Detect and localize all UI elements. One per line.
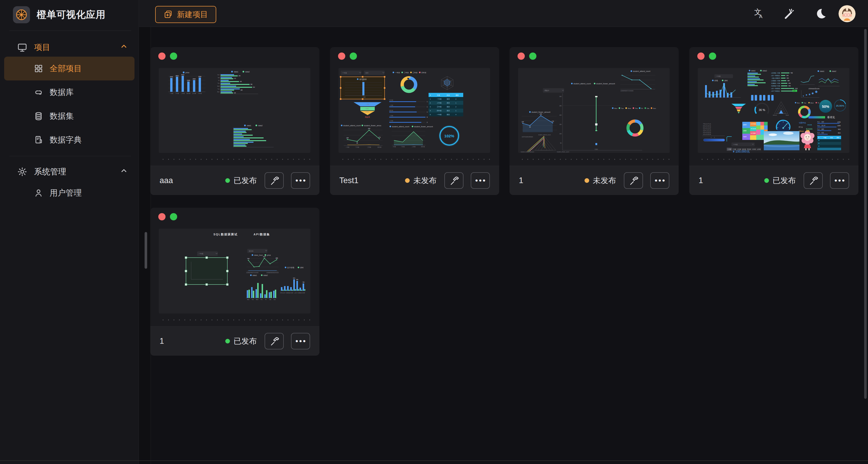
grid-icon <box>34 64 43 73</box>
svg-text:淘汰率: 淘汰率 <box>365 116 370 118</box>
svg-text:999: 999 <box>793 90 796 92</box>
hammer-icon <box>628 175 639 186</box>
sidebar-group-label: 项目 <box>34 42 50 53</box>
svg-text:#: # <box>818 137 819 138</box>
svg-text:data2: data2 <box>245 71 250 73</box>
svg-text:25.00%: 25.00% <box>836 104 844 107</box>
project-name: aaa <box>160 176 225 185</box>
svg-text:三年级: 三年级 <box>181 93 185 94</box>
svg-text:一年级: 一年级 <box>733 144 738 145</box>
svg-text:class_hour: class_hour <box>254 254 263 256</box>
svg-text:50%: 50% <box>822 104 830 109</box>
sidebar-item-databases[interactable]: 数据库 <box>4 81 134 104</box>
svg-text:2月均 55 55 55: 2月均 55 55 55 <box>703 134 711 135</box>
svg-text:Sun: Sun <box>274 299 276 300</box>
build-button[interactable] <box>444 172 464 189</box>
project-card[interactable]: 一年级 语文 献花数量 5 一年级 一年级 二年级 三年级 四年级 <box>330 47 499 195</box>
svg-text:年级: 年级 <box>824 137 826 138</box>
svg-text:1: 1 <box>427 101 428 102</box>
svg-text:103684506717163252: 103684506717163252 <box>620 90 633 92</box>
magic-wand-icon[interactable] <box>782 6 797 21</box>
more-button[interactable]: ••• <box>830 172 849 189</box>
more-button[interactable]: ••• <box>291 172 310 189</box>
sidebar-item-user-management[interactable]: 用户管理 <box>4 181 134 205</box>
svg-text:data2: data2 <box>832 70 836 72</box>
svg-text:36 %: 36 % <box>758 109 765 112</box>
project-card[interactable]: price 349538064043258829643586 一年级二年级三年级… <box>150 47 319 195</box>
build-button[interactable] <box>265 333 284 349</box>
svg-text:95: 95 <box>529 126 531 128</box>
sidebar-item-datasets[interactable]: 数据集 <box>4 104 134 128</box>
svg-text:No.4: No.4 <box>817 132 820 133</box>
svg-text:二年级: 二年级 <box>401 146 405 148</box>
sidebar-group-projects[interactable]: 项目 <box>0 38 138 57</box>
sidebar-item-dictionary[interactable]: 数据字典 <box>4 128 134 152</box>
svg-text:No.1: No.1 <box>817 121 820 123</box>
project-name: 1 <box>699 176 764 185</box>
more-button[interactable]: ••• <box>650 172 669 189</box>
svg-text:Thu: Thu <box>635 107 638 109</box>
project-name: 1 <box>519 176 585 185</box>
svg-text:165: 165 <box>240 81 242 82</box>
build-button[interactable] <box>624 172 643 189</box>
project-card[interactable]: student_attend_count 103684506717163252 … <box>509 47 679 195</box>
green-dot-icon <box>170 213 177 220</box>
hammer-icon <box>808 175 818 186</box>
svg-text:156: 156 <box>239 75 241 76</box>
svg-text:一年级: 一年级 <box>345 146 349 148</box>
svg-text:七年级: 七年级 <box>757 149 761 150</box>
svg-text:student_flower_amount: student_flower_amount <box>596 83 615 85</box>
language-icon[interactable]: 文 A <box>751 6 767 21</box>
dictionary-icon <box>34 135 43 145</box>
moon-icon[interactable] <box>813 6 829 21</box>
svg-text:3月均 93 93 93: 3月均 93 93 93 <box>703 132 711 133</box>
svg-text:英语: 英语 <box>447 114 450 116</box>
svg-text:大连小学数学3: 大连小学数学3 <box>772 78 780 79</box>
svg-text:一年级: 一年级 <box>437 114 441 115</box>
more-button[interactable]: ••• <box>291 333 310 349</box>
more-button[interactable]: ••• <box>471 172 490 189</box>
svg-text:API数据集: API数据集 <box>253 233 270 236</box>
project-card[interactable]: data1 data2 data1 data2 一年级 价格 课时 小学英语一年… <box>689 47 859 195</box>
svg-text:小学一年级英语: 小学一年级英语 <box>771 88 780 90</box>
build-button[interactable] <box>804 172 823 189</box>
svg-text:¥ 100,000元: ¥ 100,000元 <box>733 150 749 153</box>
svg-text:课时: 课时 <box>300 267 304 269</box>
new-project-button[interactable]: 新建项目 <box>155 6 216 23</box>
svg-text:Tue: Tue <box>621 107 624 109</box>
svg-text:三年级: 三年级 <box>365 111 369 113</box>
sidebar-scrollbar-thumb[interactable] <box>145 232 147 269</box>
build-button[interactable] <box>265 172 284 189</box>
svg-text:student_attend_count: student_attend_count <box>574 83 591 85</box>
status-dot <box>764 178 769 183</box>
svg-text:年级: 年级 <box>437 94 440 96</box>
svg-text:显示屏: 显示屏 <box>822 125 825 126</box>
status-label: 未发布 <box>593 175 616 186</box>
status-badge: 已发布 <box>764 175 796 186</box>
svg-text:Mon: Mon <box>614 107 618 109</box>
app-logo <box>13 6 30 23</box>
project-name: Test1 <box>339 176 405 185</box>
svg-text:Sat: Sat <box>647 107 649 109</box>
svg-text:▶ 发票区: ▶ 发票区 <box>751 132 756 134</box>
svg-text:1111: 1111 <box>795 88 798 89</box>
status-label: 未发布 <box>413 175 437 186</box>
card-footer: Test1 未发布 ••• <box>330 166 499 195</box>
sidebar-group-system[interactable]: 系统管理 <box>0 162 138 181</box>
svg-text:student_attend_count: student_attend_count <box>633 70 650 72</box>
svg-text:二年级: 二年级 <box>365 108 369 110</box>
green-dot-icon <box>709 53 716 60</box>
page-scrollbar-thumb[interactable] <box>864 29 867 399</box>
user-avatar[interactable] <box>838 5 856 22</box>
project-card[interactable]: SQL数据源测试 API数据集 一年级 语文库 class_hour price… <box>150 208 319 355</box>
sidebar-item-all-projects[interactable]: 全部项目 <box>4 57 134 81</box>
svg-text:4月均 76 76 76: 4月均 76 76 76 <box>703 130 711 131</box>
thumbnail-ruler-dots <box>698 159 849 160</box>
svg-text:万事如意: 万事如意 <box>799 130 804 132</box>
svg-text:data1: data1 <box>234 71 239 73</box>
svg-text:10398346637163252: 10398346637163252 <box>246 272 258 273</box>
svg-text:999: 999 <box>296 279 298 280</box>
svg-text:No.3: No.3 <box>817 128 820 130</box>
svg-text:Sun: Sun <box>653 107 656 109</box>
svg-text:2964: 2964 <box>192 78 195 80</box>
